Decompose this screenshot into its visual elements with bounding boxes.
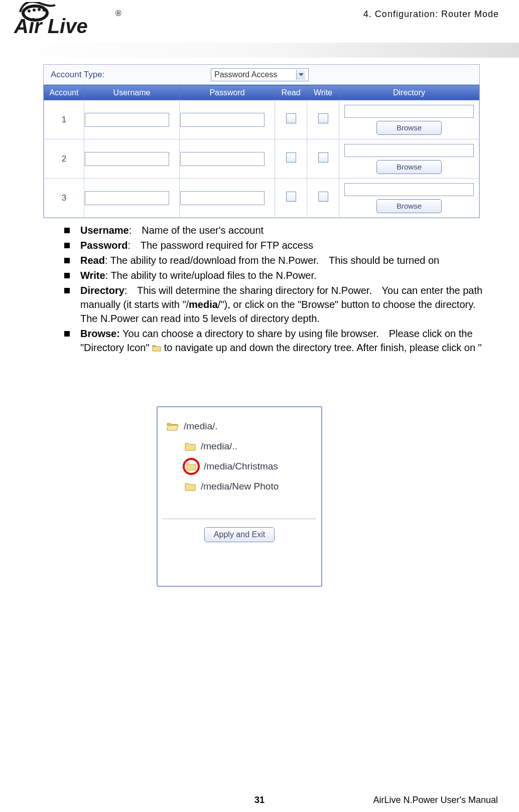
folder-icon — [185, 442, 196, 451]
bullet-text: : The ability to read/download from the … — [105, 255, 439, 266]
header-band — [0, 43, 519, 58]
username-input[interactable] — [85, 113, 169, 127]
browser-path: /media/New Photo — [201, 481, 279, 492]
bullet-label: Read — [80, 255, 105, 266]
cell-write — [307, 100, 339, 139]
bullet-text: : The password required for FTP access — [127, 240, 313, 251]
cell-write — [307, 139, 339, 179]
cell-write — [307, 179, 339, 218]
col-account: Account — [44, 85, 84, 100]
bullet-label: Browse: — [80, 328, 120, 339]
browse-button[interactable]: Browse — [376, 160, 442, 174]
cell-account: 1 — [44, 100, 84, 139]
bullet-directory: Directory: This will determine the shari… — [58, 283, 498, 326]
write-checkbox[interactable] — [318, 152, 328, 163]
directory-input[interactable] — [344, 105, 474, 118]
col-directory: Directory — [339, 85, 479, 100]
svg-point-3 — [43, 9, 46, 12]
cell-username — [84, 100, 180, 139]
cell-read — [275, 100, 307, 139]
cell-account: 3 — [44, 179, 84, 218]
bullet-label: Directory — [80, 285, 124, 296]
read-checkbox[interactable] — [286, 152, 296, 163]
apply-and-exit-button[interactable]: Apply and Exit — [204, 527, 275, 542]
browse-button[interactable]: Browse — [376, 199, 442, 213]
cell-username — [84, 139, 180, 179]
col-password: Password — [180, 85, 275, 100]
bullet-text: media — [189, 299, 218, 310]
cell-account: 2 — [44, 139, 84, 179]
svg-text:®: ® — [115, 9, 121, 18]
browser-path: /media/.. — [201, 441, 237, 452]
col-username: Username — [84, 85, 180, 100]
svg-point-0 — [28, 10, 31, 13]
account-type-value: Password Access — [214, 70, 277, 79]
browser-row[interactable]: /media/. — [167, 416, 315, 436]
directory-input[interactable] — [344, 183, 474, 196]
account-type-label: Account Type: — [51, 70, 104, 80]
description-list: Username: Name of the user's account Pas… — [58, 223, 498, 356]
browser-path: /media/. — [184, 421, 218, 432]
table-row: 2Browse — [44, 139, 479, 179]
table-row: 1Browse — [44, 100, 479, 139]
bullet-label: Write — [80, 270, 105, 281]
bullet-username: Username: Name of the user's account — [58, 223, 498, 237]
col-write: Write — [307, 85, 339, 100]
bullet-browse: Browse: You can choose a directory to sh… — [58, 327, 498, 355]
footer-manual-title: AirLive N.Power User's Manual — [373, 795, 498, 805]
accounts-table: Account Username Password Read Write Dir… — [44, 85, 479, 218]
bullet-text: to navigate up and down the directory tr… — [164, 342, 482, 353]
divider — [163, 519, 316, 519]
password-input[interactable] — [180, 152, 265, 166]
cell-password — [180, 179, 275, 218]
account-type-row: Account Type: Password Access — [44, 65, 479, 85]
cell-directory: Browse — [339, 100, 479, 139]
folder-icon — [186, 462, 196, 470]
browser-row[interactable]: /media/.. — [167, 436, 315, 456]
directory-input[interactable] — [344, 144, 474, 157]
bullet-text: : Name of the user's account — [129, 225, 264, 236]
page-number: 31 — [254, 795, 265, 805]
read-checkbox[interactable] — [286, 192, 296, 202]
browser-row[interactable]: /media/New Photo — [167, 476, 315, 497]
cell-password — [180, 100, 275, 139]
bullet-read: Read: The ability to read/download from … — [58, 253, 498, 267]
svg-point-2 — [38, 8, 41, 11]
chevron-down-icon — [296, 70, 305, 80]
browser-path: /media/Christmas — [204, 461, 278, 472]
airlive-logo: Air Live ® — [10, 2, 125, 40]
col-read: Read — [275, 85, 307, 100]
read-checkbox[interactable] — [286, 113, 296, 123]
cell-password — [180, 139, 275, 179]
folder-icon — [185, 482, 196, 491]
bullet-write: Write: The ability to write/upload files… — [58, 268, 498, 282]
svg-point-1 — [33, 9, 36, 12]
browse-button[interactable]: Browse — [376, 121, 442, 135]
account-type-select[interactable]: Password Access — [211, 68, 309, 81]
folder-icon — [152, 344, 161, 352]
cell-read — [275, 179, 307, 218]
directory-browser: /media/. /media/.. /media/Christmas — [157, 406, 322, 587]
browser-row[interactable]: /media/Christmas — [167, 456, 315, 476]
password-input[interactable] — [180, 113, 265, 127]
write-checkbox[interactable] — [318, 113, 328, 123]
cell-username — [84, 179, 180, 218]
table-row: 3Browse — [44, 179, 479, 218]
username-input[interactable] — [85, 152, 169, 166]
bullet-label: Password — [80, 240, 127, 251]
highlight-circle — [183, 458, 200, 475]
account-type-panel: Account Type: Password Access Account Us… — [43, 64, 480, 218]
chapter-title: 4. Configuration: Router Mode — [363, 9, 499, 20]
bullet-password: Password: The password required for FTP … — [58, 238, 498, 252]
username-input[interactable] — [85, 191, 169, 205]
write-checkbox[interactable] — [318, 192, 328, 202]
cell-directory: Browse — [339, 139, 479, 179]
cell-directory: Browse — [339, 179, 479, 218]
bullet-text: : The ability to write/upload files to t… — [105, 270, 317, 281]
svg-text:Air Live: Air Live — [14, 15, 88, 37]
open-folder-icon — [167, 421, 179, 431]
bullet-label: Username — [80, 225, 129, 236]
password-input[interactable] — [180, 191, 265, 205]
cell-read — [275, 139, 307, 179]
